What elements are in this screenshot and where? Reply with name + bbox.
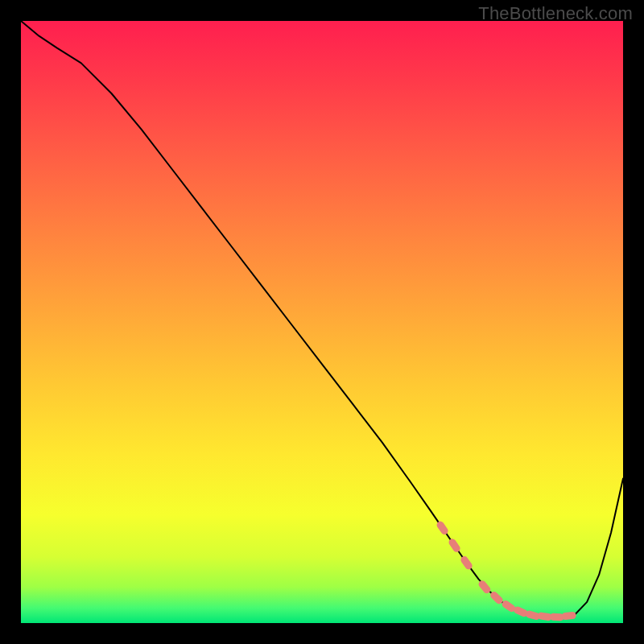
bottleneck-curve xyxy=(21,21,623,617)
plot-area xyxy=(21,21,623,623)
chart-stage: TheBottleneck.com xyxy=(0,0,644,644)
watermark-text: TheBottleneck.com xyxy=(478,3,633,24)
curve-layer xyxy=(21,21,623,623)
curve-marker xyxy=(561,612,576,621)
curve-marker xyxy=(448,538,462,554)
curve-markers xyxy=(436,520,576,621)
curve-marker xyxy=(436,520,450,536)
